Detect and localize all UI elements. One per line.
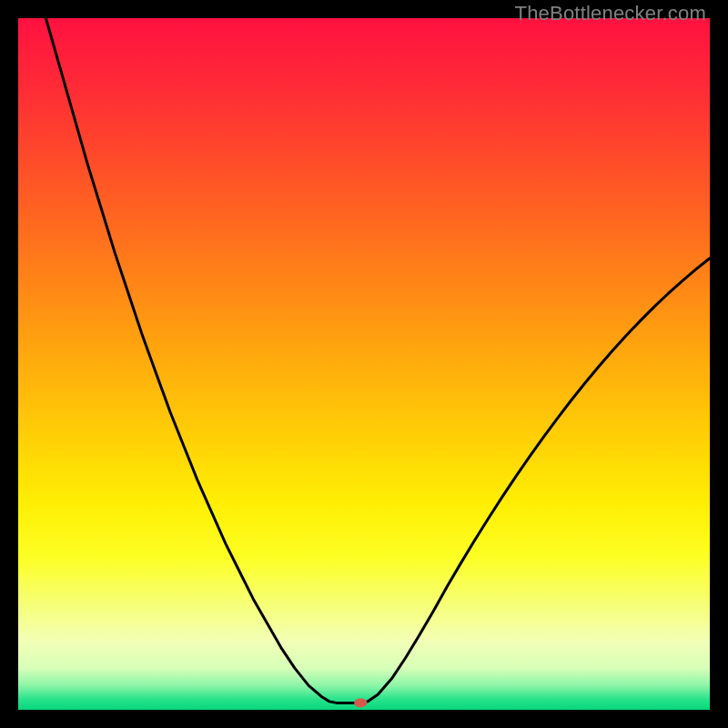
bottleneck-chart (18, 18, 710, 710)
optimal-point-marker (354, 698, 367, 707)
watermark-text: TheBottlenecker.com (515, 2, 706, 25)
chart-background (18, 18, 710, 710)
chart-frame (18, 18, 710, 710)
